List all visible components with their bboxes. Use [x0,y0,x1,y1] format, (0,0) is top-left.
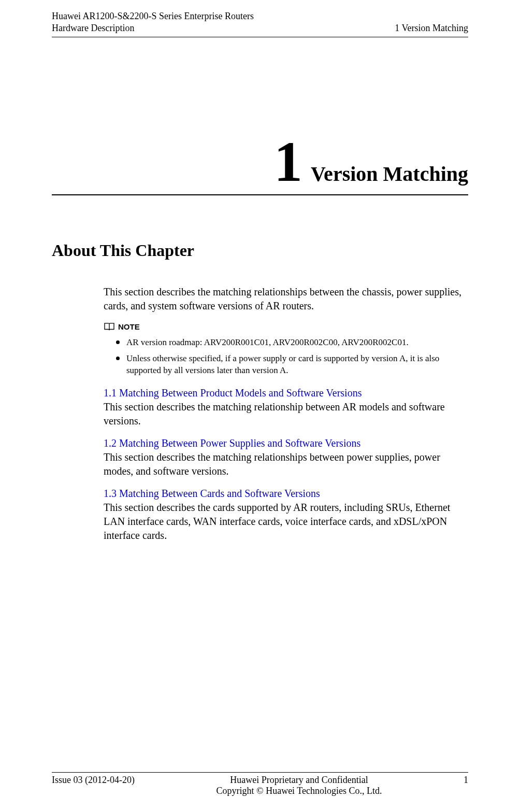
chapter-number: 1 [274,133,302,190]
chapter-heading: 1 Version Matching [52,133,468,195]
header-doc-title: Huawei AR1200-S&2200-S Series Enterprise… [52,10,254,22]
note-list: AR version roadmap: ARV200R001C01, ARV20… [104,337,468,377]
footer-page-number: 1 [464,775,468,786]
footer-copyright: Copyright © Huawei Technologies Co., Ltd… [135,786,464,796]
toc-desc: This section describes the matching rela… [104,400,468,428]
toc-entry: 1.1 Matching Between Product Models and … [104,386,468,428]
footer-center: Huawei Proprietary and Confidential Copy… [135,775,464,796]
note-header: NOTE [104,322,468,332]
book-icon [104,322,115,332]
toc-link-1-2[interactable]: 1.2 Matching Between Power Supplies and … [104,437,360,449]
footer-issue: Issue 03 (2012-04-20) [52,775,135,786]
content-block: This section describes the matching rela… [52,285,468,551]
intro-paragraph: This section describes the matching rela… [104,285,468,313]
about-this-chapter-heading: About This Chapter [52,241,468,260]
toc-link-1-1[interactable]: 1.1 Matching Between Product Models and … [104,387,362,398]
toc-desc: This section describes the matching rela… [104,450,468,478]
chapter-title: Version Matching [311,162,468,186]
toc-link-1-3[interactable]: 1.3 Matching Between Cards and Software … [104,488,320,499]
page-footer: Issue 03 (2012-04-20) Huawei Proprietary… [52,772,468,796]
header-left: Huawei AR1200-S&2200-S Series Enterprise… [52,10,254,35]
toc-entry: 1.3 Matching Between Cards and Software … [104,487,468,543]
note-item: Unless otherwise specified, if a power s… [116,353,468,377]
note-label: NOTE [118,322,140,331]
header-chapter-ref: 1 Version Matching [395,22,468,34]
page-header: Huawei AR1200-S&2200-S Series Enterprise… [52,10,468,37]
toc-entry: 1.2 Matching Between Power Supplies and … [104,436,468,478]
header-doc-subtitle: Hardware Description [52,22,254,34]
footer-proprietary: Huawei Proprietary and Confidential [135,775,464,786]
note-item: AR version roadmap: ARV200R001C01, ARV20… [116,337,468,349]
toc-desc: This section describes the cards support… [104,501,468,543]
